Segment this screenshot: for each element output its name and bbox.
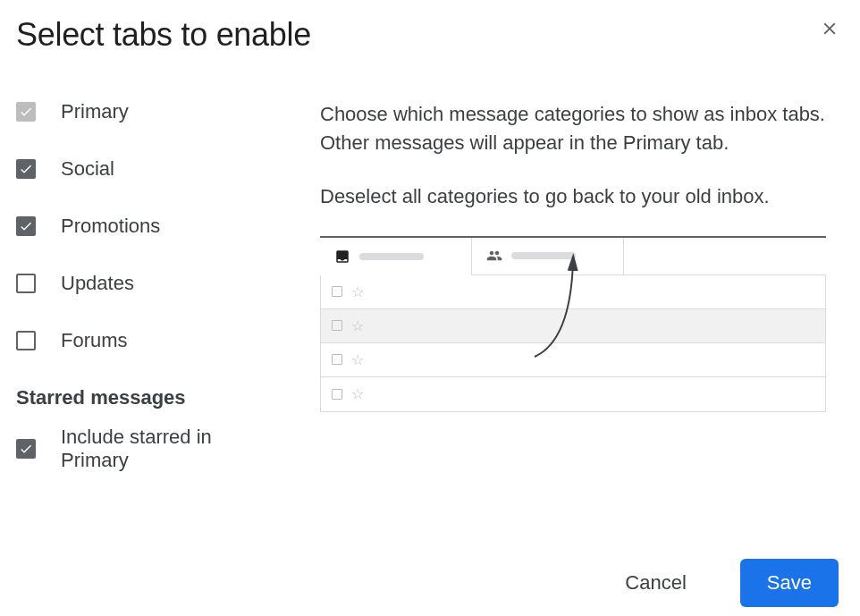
checkbox-forums[interactable] [16,331,36,350]
cancel-button[interactable]: Cancel [598,559,712,607]
category-row-forums: Forums [16,329,284,352]
category-label-forums: Forums [61,329,128,352]
category-label-updates: Updates [61,272,134,295]
save-button[interactable]: Save [740,559,839,607]
category-label-social: Social [61,157,114,181]
preview-tab-social [472,238,624,275]
checkbox-updates[interactable] [16,274,36,293]
checkbox-social[interactable] [16,159,36,179]
preview-tab-primary [320,238,472,275]
category-row-social: Social [16,157,284,181]
inbox-icon [334,249,350,265]
preview-row: ☆ [321,309,825,343]
category-label-primary: Primary [61,100,129,123]
star-icon: ☆ [351,385,364,402]
star-icon: ☆ [351,317,364,334]
category-row-promotions: Promotions [16,215,284,238]
categories-column: Primary Social Promotions Updates [16,100,284,472]
description-paragraph-2: Deselect all categories to go back to yo… [320,182,826,211]
starred-row: Include starred in Primary [16,426,284,472]
starred-label: Include starred in Primary [61,426,284,472]
star-icon: ☆ [351,283,364,300]
close-icon [820,19,839,38]
inbox-preview: ☆ ☆ ☆ ☆ [320,236,826,412]
dialog-title: Select tabs to enable [16,16,844,54]
category-row-primary: Primary [16,100,284,123]
checkbox-include-starred[interactable] [16,439,36,459]
checkbox-promotions[interactable] [16,216,36,236]
select-tabs-dialog: Select tabs to enable Primary Social Pro… [0,0,860,616]
description-paragraph-1: Choose which message categories to show … [320,100,826,157]
preview-row: ☆ [321,377,825,411]
category-row-updates: Updates [16,272,284,295]
starred-heading: Starred messages [16,386,284,409]
star-icon: ☆ [351,351,364,368]
checkbox-primary [16,102,36,122]
people-icon [486,248,502,264]
description-column: Choose which message categories to show … [320,100,844,472]
preview-row: ☆ [321,343,825,377]
preview-row: ☆ [321,275,825,309]
close-button[interactable] [817,16,842,41]
dialog-footer: Cancel Save [598,559,839,607]
category-label-promotions: Promotions [61,215,160,238]
